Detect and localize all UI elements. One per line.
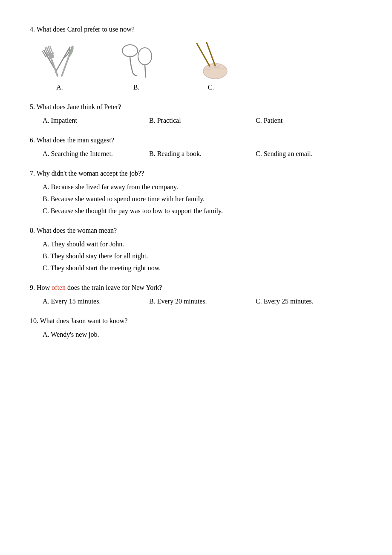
option-8b: B. They should stay there for all night. xyxy=(43,252,362,260)
svg-point-21 xyxy=(218,65,225,69)
question-7: 7. Why didn't the woman accept the job??… xyxy=(30,170,362,215)
question-10: 10. What does Jason want to know? A. Wen… xyxy=(30,317,362,338)
question-6-text: 6. What does the man suggest? xyxy=(30,136,362,144)
question-9-options: A. Every 15 minutes. B. Every 20 minutes… xyxy=(43,298,362,305)
option-7c: C. Because she thought the pay was too l… xyxy=(43,207,362,215)
question-6: 6. What does the man suggest? A. Searchi… xyxy=(30,136,362,158)
svg-point-16 xyxy=(138,48,152,65)
option-6b: B. Reading a book. xyxy=(149,150,256,158)
option-9a: A. Every 15 minutes. xyxy=(43,298,149,305)
question-9-text: 9. How often does the train leave for Ne… xyxy=(30,284,362,292)
question-9: 9. How often does the train leave for Ne… xyxy=(30,284,362,305)
option-6c: C. Sending an email. xyxy=(256,150,362,158)
option-7a: A. Because she lived far away from the c… xyxy=(43,183,362,191)
question-4-images: A. B. xyxy=(34,39,362,91)
option-4c-label: C. xyxy=(208,84,214,91)
option-4a-image: A. xyxy=(34,39,85,91)
option-5b: B. Practical xyxy=(149,117,256,124)
option-9c: C. Every 25 minutes. xyxy=(256,298,362,305)
option-7b: B. Because she wanted to spend more time… xyxy=(43,195,362,203)
option-4c-image: C. xyxy=(187,41,234,91)
option-9b: B. Every 20 minutes. xyxy=(149,298,256,305)
option-4b-label: B. xyxy=(133,84,140,91)
question-10-text: 10. What does Jason want to know? xyxy=(30,317,362,325)
option-6a: A. Searching the Internet. xyxy=(43,150,149,158)
question-5: 5. What does Jane think of Peter? A. Imp… xyxy=(30,103,362,124)
question-4-text: 4. What does Carol prefer to use now? xyxy=(30,26,362,33)
page-wrapper: 4. What does Carol prefer to use now? xyxy=(30,26,362,555)
option-8c: C. They should start the meeting right n… xyxy=(43,264,362,272)
question-4: 4. What does Carol prefer to use now? xyxy=(30,26,362,91)
option-10a: A. Wendy's new job. xyxy=(43,331,362,338)
option-5c: C. Patient xyxy=(256,117,362,124)
svg-point-15 xyxy=(122,45,138,57)
option-4b-image: B. xyxy=(111,41,162,91)
knife-fork-cross-icon xyxy=(36,41,83,82)
question-6-options: A. Searching the Internet. B. Reading a … xyxy=(43,150,362,158)
question-8-text: 8. What does the woman mean? xyxy=(30,227,362,234)
question-8: 8. What does the woman mean? A. They sho… xyxy=(30,227,362,272)
option-5a: A. Impatient xyxy=(43,117,149,124)
chopsticks-icon xyxy=(187,41,234,82)
svg-rect-14 xyxy=(61,56,69,77)
question-5-options: A. Impatient B. Practical C. Patient xyxy=(43,117,362,124)
spoon-icon xyxy=(111,41,162,82)
svg-rect-7 xyxy=(50,58,58,77)
option-4a-label: A. xyxy=(56,84,63,91)
question-7-text: 7. Why didn't the woman accept the job?? xyxy=(30,170,362,177)
highlight-often: often xyxy=(52,284,66,291)
option-8a: A. They should wait for John. xyxy=(43,240,362,248)
question-5-text: 5. What does Jane think of Peter? xyxy=(30,103,362,111)
